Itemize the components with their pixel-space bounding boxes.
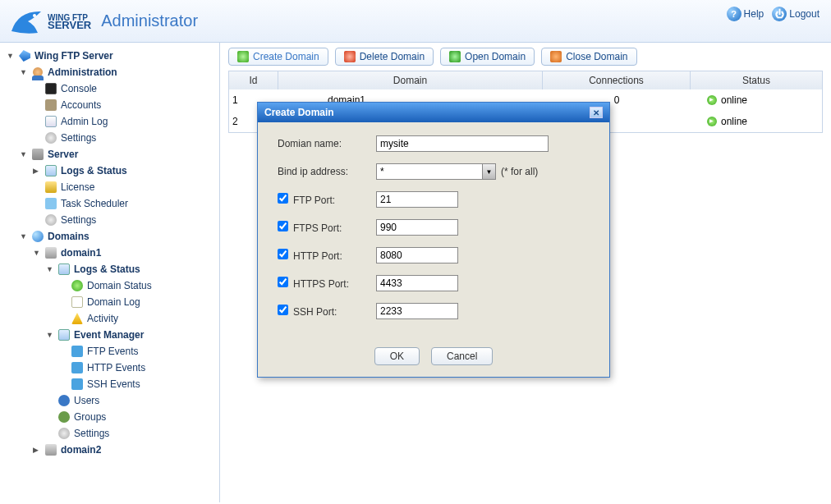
user-icon	[33, 67, 43, 77]
console-icon	[45, 83, 57, 94]
brand-small-bottom: SERVER	[48, 21, 91, 29]
grid-icon	[58, 329, 70, 341]
disk-icon	[45, 247, 57, 259]
accounts-icon	[45, 99, 57, 111]
tree-server-settings[interactable]: Settings	[33, 212, 219, 228]
help-link[interactable]: ? Help	[727, 7, 764, 21]
tree-license[interactable]: License	[33, 179, 219, 195]
bind-ip-input[interactable]	[376, 163, 483, 180]
tree-domain-log[interactable]: Domain Log	[59, 294, 219, 310]
delete-domain-button[interactable]: Delete Domain	[335, 48, 434, 66]
ftps-port-input[interactable]	[376, 219, 458, 236]
logo: WING FTP SERVER Administrator	[10, 7, 198, 36]
cancel-button[interactable]: Cancel	[431, 347, 493, 365]
disk-icon	[45, 444, 57, 456]
th-id[interactable]: Id	[229, 71, 278, 89]
delete-icon	[344, 51, 356, 62]
ftps-port-label: FTPS Port:	[293, 222, 342, 234]
th-status[interactable]: Status	[691, 71, 822, 89]
gear-icon	[45, 132, 57, 144]
tree-event-manager[interactable]: ▼Event Manager	[46, 327, 219, 343]
tree-admin-log[interactable]: Admin Log	[33, 113, 219, 130]
http-port-checkbox[interactable]	[278, 249, 288, 259]
logout-icon: ⏻	[772, 7, 787, 21]
tree-domain2[interactable]: ▶domain2	[33, 442, 219, 458]
event-icon	[71, 346, 83, 357]
tree-server-logs[interactable]: ▶Logs & Status	[33, 163, 219, 179]
close-icon[interactable]: ✕	[590, 107, 603, 118]
toolbar: Create Domain Delete Domain Open Domain …	[228, 48, 823, 66]
tree-d1-logs[interactable]: ▼Logs & Status	[46, 261, 219, 277]
ip-hint: (* for all)	[501, 166, 538, 177]
https-port-checkbox[interactable]	[278, 277, 288, 287]
tree-ftp-events[interactable]: FTP Events	[59, 343, 219, 360]
https-port-label: HTTPS Port:	[293, 278, 349, 290]
sidebar: ▼Wing FTP Server ▼Administration Console…	[0, 43, 220, 502]
tree-domain1[interactable]: ▼domain1	[33, 245, 219, 261]
th-domain[interactable]: Domain	[278, 71, 543, 89]
logout-link[interactable]: ⏻ Logout	[772, 7, 820, 21]
event-icon	[71, 378, 83, 390]
key-icon	[45, 181, 57, 193]
status-icon	[71, 280, 83, 291]
dialog-titlebar[interactable]: Create Domain ✕	[258, 103, 609, 122]
ftp-port-label: FTP Port:	[293, 195, 335, 206]
tree-groups[interactable]: Groups	[46, 409, 219, 425]
tree-administration[interactable]: ▼Administration	[20, 64, 219, 80]
tree-domain-status[interactable]: Domain Status	[59, 277, 219, 294]
tree-console[interactable]: Console	[33, 80, 219, 97]
ftp-port-checkbox[interactable]	[278, 193, 288, 204]
chevron-down-icon[interactable]: ▼	[483, 163, 496, 180]
gear-icon	[58, 428, 70, 439]
log-icon	[45, 116, 57, 127]
users-icon	[58, 395, 70, 406]
http-port-input[interactable]	[376, 247, 458, 263]
tree-task-scheduler[interactable]: Task Scheduler	[33, 195, 219, 212]
tree-accounts[interactable]: Accounts	[33, 97, 219, 113]
help-label: Help	[744, 8, 764, 20]
ftp-port-input[interactable]	[376, 191, 458, 208]
groups-icon	[58, 411, 70, 423]
close-icon	[550, 51, 562, 62]
server-icon	[32, 149, 44, 160]
ssh-port-input[interactable]	[376, 303, 458, 319]
open-icon	[449, 51, 461, 62]
content-area: Create Domain Delete Domain Open Domain …	[220, 43, 831, 502]
domain-name-label: Domian name:	[278, 138, 376, 149]
cell-status: online	[691, 93, 822, 108]
tree-server[interactable]: ▼Server	[20, 146, 219, 163]
cell-status: online	[691, 114, 822, 129]
tree-http-events[interactable]: HTTP Events	[59, 360, 219, 376]
open-domain-button[interactable]: Open Domain	[440, 48, 535, 66]
fish-icon	[10, 7, 43, 36]
globe-icon	[32, 231, 44, 242]
http-port-label: HTTP Port:	[293, 250, 342, 262]
dialog-title: Create Domain	[264, 107, 334, 118]
https-port-input[interactable]	[376, 275, 458, 291]
page-icon	[71, 296, 83, 308]
tree-root[interactable]: ▼Wing FTP Server	[7, 48, 219, 64]
online-icon	[707, 95, 717, 105]
create-domain-button[interactable]: Create Domain	[228, 48, 328, 66]
tree-d1-settings[interactable]: Settings	[46, 425, 219, 442]
ok-button[interactable]: OK	[374, 347, 420, 365]
ftps-port-checkbox[interactable]	[278, 221, 288, 231]
help-icon: ?	[727, 7, 741, 21]
tree-users[interactable]: Users	[46, 392, 219, 409]
svg-point-0	[33, 14, 36, 17]
tree-domains[interactable]: ▼Domains	[20, 228, 219, 245]
ssh-port-checkbox[interactable]	[278, 305, 288, 315]
ssh-port-label: SSH Port:	[293, 306, 337, 318]
domain-name-input[interactable]	[376, 135, 549, 152]
warning-icon	[71, 313, 83, 324]
create-domain-dialog: Create Domain ✕ Domian name: Bind ip add…	[257, 102, 610, 378]
tree-admin-settings[interactable]: Settings	[33, 130, 219, 146]
th-connections[interactable]: Connections	[543, 71, 691, 89]
grid-icon	[45, 165, 57, 176]
app-header: WING FTP SERVER Administrator ? Help ⏻ L…	[0, 0, 831, 43]
tree-activity[interactable]: Activity	[59, 310, 219, 327]
add-icon	[237, 51, 249, 62]
tree-ssh-events[interactable]: SSH Events	[59, 376, 219, 392]
online-icon	[707, 117, 717, 126]
close-domain-button[interactable]: Close Domain	[541, 48, 636, 66]
